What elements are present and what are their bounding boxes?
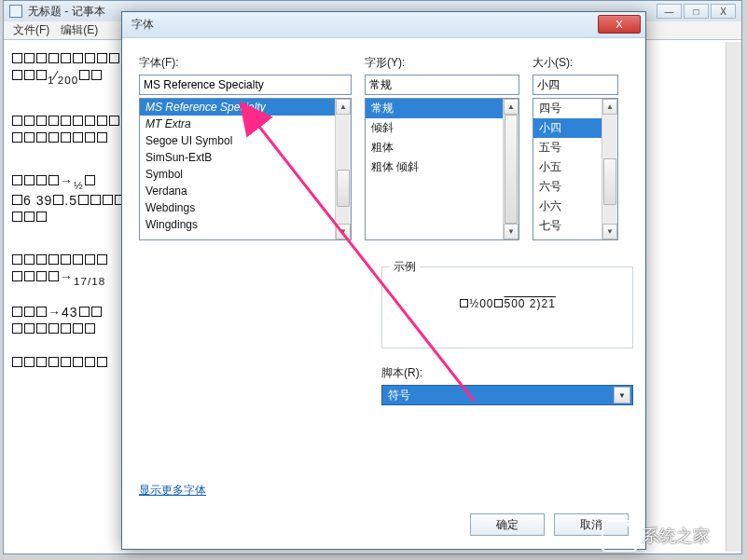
scroll-down-icon[interactable]: ▼ [504,224,519,239]
font-list-item[interactable]: Wingdings [140,216,335,233]
style-list-item[interactable]: 粗体 倾斜 [366,157,503,177]
style-list-scrollbar[interactable]: ▲ ▼ [503,99,519,239]
watermark-text: 系统之家 [643,525,710,547]
menu-edit[interactable]: 编辑(E) [55,22,104,38]
close-icon: X [616,19,622,30]
font-list-item[interactable]: MS Reference Specialty [140,99,335,116]
style-column: 字形(Y): 常规 倾斜 粗体 粗体 倾斜 ▲ ▼ [365,55,519,240]
close-window-button[interactable]: X [711,4,736,19]
menu-file[interactable]: 文件(F) [7,22,55,38]
size-list-item[interactable]: 五号 [533,138,602,157]
watermark-logo-icon [602,520,637,552]
font-column: 字体(F): MS Reference Specialty MT Extra S… [139,55,352,240]
style-listbox[interactable]: 常规 倾斜 粗体 粗体 倾斜 ▲ ▼ [365,98,519,240]
font-list-item[interactable]: Symbol [140,166,335,183]
sample-text: ½00500 2)21 [388,297,627,310]
size-list-scrollbar[interactable]: ▲ ▼ [602,99,617,239]
size-label: 大小(S): [533,55,618,71]
more-fonts-link[interactable]: 显示更多字体 [139,483,206,499]
watermark: 系统之家 [602,517,741,554]
scroll-down-icon[interactable]: ▼ [602,224,617,239]
sample-group: 示例 ½00500 2)21 [381,266,633,348]
font-list-item[interactable]: Segoe UI Symbol [140,132,335,149]
size-column: 大小(S): 四号 小四 五号 小五 六号 小六 七号 八号 ▲ [533,55,618,240]
script-value: 符号 [388,388,410,403]
scroll-up-icon[interactable]: ▲ [336,99,351,115]
size-list-item[interactable]: 小六 [533,197,602,216]
sample-label: 示例 [390,259,420,275]
maximize-button[interactable]: □ [684,4,709,19]
script-dropdown[interactable]: 符号 ▼ [381,385,633,405]
size-list-item[interactable]: 小五 [533,157,602,177]
size-list-item[interactable]: 四号 [533,99,602,118]
font-dialog: 字体 X 字体(F): MS Reference Specialty MT Ex… [121,11,646,550]
font-list-item[interactable]: Webdings [140,199,335,216]
font-list-item[interactable]: MT Extra [140,116,335,132]
font-list-item[interactable]: SimSun-ExtB [140,149,335,166]
scroll-up-icon[interactable]: ▲ [504,99,519,115]
style-list-item[interactable]: 倾斜 [366,118,503,138]
chevron-down-icon: ▼ [614,387,630,403]
size-list-item[interactable]: 七号 [533,216,602,236]
style-label: 字形(Y): [365,55,519,71]
style-input[interactable] [365,75,519,95]
style-list-item[interactable]: 常规 [366,99,503,118]
size-input[interactable] [533,75,618,95]
size-list-item[interactable]: 六号 [533,177,602,197]
notepad-title: 无标题 - 记事本 [28,4,105,20]
style-list-item[interactable]: 粗体 [366,138,503,157]
ok-button[interactable]: 确定 [470,513,545,536]
size-list-item[interactable]: 小四 [533,118,602,138]
size-list-item[interactable]: 八号 [533,236,602,239]
font-label: 字体(F): [139,55,352,71]
notepad-scrollbar[interactable] [726,42,741,552]
dialog-title: 字体 [131,17,154,33]
scroll-down-icon[interactable]: ▼ [336,224,351,239]
minimize-button[interactable]: — [657,4,682,19]
font-list-item[interactable]: Verdana [140,183,335,199]
document-icon [9,5,22,18]
script-label: 脚本(R): [381,366,422,379]
font-listbox[interactable]: MS Reference Specialty MT Extra Segoe UI… [139,98,352,240]
script-group: 脚本(R): 符号 ▼ [381,363,633,405]
scroll-up-icon[interactable]: ▲ [602,99,617,115]
dialog-close-button[interactable]: X [598,15,641,34]
font-list-scrollbar[interactable]: ▲ ▼ [335,99,351,239]
font-input[interactable] [139,75,352,95]
dialog-titlebar: 字体 X [122,12,645,38]
size-listbox[interactable]: 四号 小四 五号 小五 六号 小六 七号 八号 ▲ ▼ [533,98,618,240]
